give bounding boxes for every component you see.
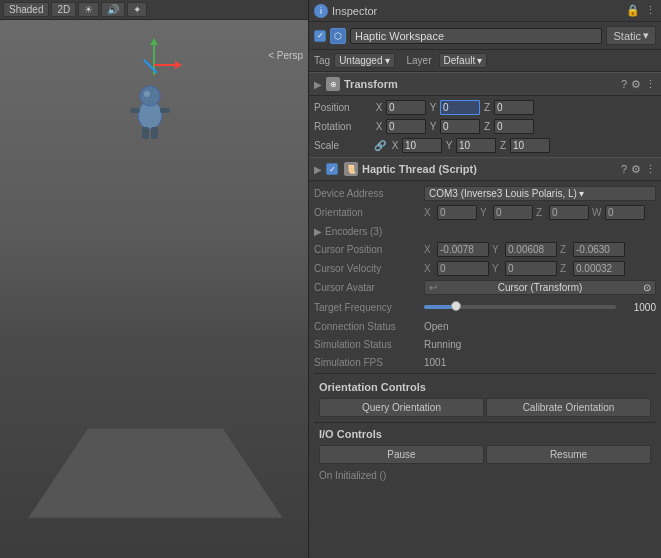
simulation-fps-label: Simulation FPS [314, 357, 424, 368]
scene-2d-btn[interactable]: 2D [51, 2, 76, 17]
orientation-z-input[interactable] [549, 205, 589, 220]
rotation-label: Rotation [314, 121, 374, 132]
scale-z-input[interactable] [510, 138, 550, 153]
cursor-vel-x-input[interactable] [437, 261, 489, 276]
device-address-dropdown[interactable]: COM3 (Inverse3 Louis Polaris, L) ▾ [424, 186, 656, 201]
rotation-xyz: X Y Z [374, 119, 656, 134]
pause-button[interactable]: Pause [319, 445, 484, 464]
cursor-velocity-xyz: X Y Z [424, 261, 656, 276]
calibrate-orientation-button[interactable]: Calibrate Orientation [486, 398, 651, 417]
transform-help-icon[interactable]: ? [621, 78, 627, 91]
freq-slider-track [424, 305, 453, 309]
haptic-expand-icon[interactable]: ▶ [314, 164, 322, 175]
gameobject-name-input[interactable] [350, 28, 602, 44]
resume-button[interactable]: Resume [486, 445, 651, 464]
haptic-header-icons: ? ⚙ ⋮ [621, 163, 656, 176]
layer-dropdown-icon: ▾ [477, 55, 482, 66]
haptic-help-icon[interactable]: ? [621, 163, 627, 176]
connection-status-label: Connection Status [314, 321, 424, 332]
position-z-input[interactable] [494, 100, 534, 115]
on-initialized-label: On Initialized () [319, 470, 386, 481]
svg-rect-3 [142, 127, 149, 139]
orientation-label: Orientation [314, 207, 424, 218]
scale-y-input[interactable] [456, 138, 496, 153]
position-row: Position X Y Z [314, 98, 656, 117]
layer-dropdown[interactable]: Default ▾ [439, 53, 488, 68]
scene-canvas[interactable]: < Persp [0, 20, 308, 558]
divider-1 [314, 373, 656, 374]
scale-link-icon: 🔗 [374, 140, 386, 151]
transform-title: Transform [344, 78, 617, 90]
cursor-avatar-dropdown[interactable]: ↩ Cursor (Transform) ⊙ [424, 280, 656, 295]
scale-x-label: X [390, 140, 400, 151]
position-x-input[interactable] [386, 100, 426, 115]
cursor-avatar-circle-icon: ⊙ [643, 282, 651, 293]
orientation-x-input[interactable] [437, 205, 477, 220]
orientation-row: Orientation X Y Z W [314, 203, 656, 222]
query-orientation-button[interactable]: Query Orientation [319, 398, 484, 417]
orientation-w-input[interactable] [605, 205, 645, 220]
transform-header: ▶ ⊕ Transform ? ⚙ ⋮ [309, 72, 661, 96]
freq-slider-thumb[interactable] [451, 301, 461, 311]
cursor-vel-y-input[interactable] [505, 261, 557, 276]
rotation-y-input[interactable] [440, 119, 480, 134]
encoders-arrow-icon[interactable]: ▶ [314, 226, 322, 237]
haptic-body: Device Address COM3 (Inverse3 Louis Pola… [309, 181, 661, 487]
cursor-pos-z-input[interactable] [573, 242, 625, 257]
transform-icon: ⊕ [326, 77, 340, 91]
cursor-pos-x-input[interactable] [437, 242, 489, 257]
layer-label: Layer [407, 55, 432, 66]
cursor-vel-z-input[interactable] [573, 261, 625, 276]
svg-rect-6 [160, 108, 170, 113]
scale-x-input[interactable] [402, 138, 442, 153]
scene-light-btn[interactable]: ☀ [78, 2, 99, 17]
scene-tool-btn[interactable]: Shaded [3, 2, 49, 17]
simulation-fps-value: 1001 [424, 357, 446, 368]
device-address-row: Device Address COM3 (Inverse3 Louis Pola… [314, 184, 656, 203]
inspector-lock-icon[interactable]: 🔒 [626, 4, 640, 17]
gameobject-row: ✓ ⬡ Static ▾ [309, 22, 661, 50]
target-frequency-value: 1000 [621, 302, 656, 313]
device-address-dropdown-icon: ▾ [579, 188, 584, 199]
svg-rect-4 [151, 127, 158, 139]
scale-xyz: 🔗 X Y Z [374, 138, 656, 153]
orientation-y-input[interactable] [493, 205, 533, 220]
rotation-z-input[interactable] [494, 119, 534, 134]
scene-audio-btn[interactable]: 🔊 [101, 2, 125, 17]
transform-menu-icon[interactable]: ⋮ [645, 78, 656, 91]
gameobject-checkbox[interactable]: ✓ [314, 30, 326, 42]
simulation-status-row: Simulation Status Running [314, 335, 656, 353]
encoders-label: Encoders (3) [325, 226, 382, 237]
static-dropdown-icon[interactable]: ▾ [643, 29, 649, 42]
target-frequency-slider[interactable] [424, 305, 616, 309]
cursor-avatar-type-icon: ↩ [429, 282, 437, 293]
haptic-checkbox[interactable]: ✓ [326, 163, 338, 175]
scene-fx-btn[interactable]: ✦ [127, 2, 147, 17]
simulation-status-label: Simulation Status [314, 339, 424, 350]
tag-layer-row: Tag Untagged ▾ Layer Default ▾ [309, 50, 661, 72]
floor-platform [28, 418, 283, 538]
inspector-title-text: Inspector [332, 5, 377, 17]
haptic-settings-icon[interactable]: ⚙ [631, 163, 641, 176]
scene-object [120, 80, 180, 162]
cursor-position-xyz: X Y Z [424, 242, 656, 257]
rotation-x-input[interactable] [386, 119, 426, 134]
rot-z-label: Z [482, 121, 492, 132]
on-initialized-row: On Initialized () [314, 467, 656, 484]
position-y-input[interactable] [440, 100, 480, 115]
svg-marker-7 [28, 428, 283, 518]
transform-settings-icon[interactable]: ⚙ [631, 78, 641, 91]
orientation-controls-buttons: Query Orientation Calibrate Orientation [314, 396, 656, 420]
haptic-menu-icon[interactable]: ⋮ [645, 163, 656, 176]
cursor-avatar-value: Cursor (Transform) [498, 282, 583, 293]
tag-dropdown[interactable]: Untagged ▾ [334, 53, 394, 68]
haptic-thread-header: ▶ ✓ 📜 Haptic Thread (Script) ? ⚙ ⋮ [309, 157, 661, 181]
inspector-menu-icon[interactable]: ⋮ [645, 4, 656, 17]
target-frequency-row: Target Frequency 1000 [314, 297, 656, 317]
scale-label: Scale [314, 140, 374, 151]
cursor-pos-y-input[interactable] [505, 242, 557, 257]
rotation-row: Rotation X Y Z [314, 117, 656, 136]
scene-view: Shaded 2D ☀ 🔊 ✦ ✋ ✥ ↺ ⊡ ⛶ < Persp [0, 0, 308, 558]
transform-expand-icon[interactable]: ▶ [314, 79, 322, 90]
transform-header-icons: ? ⚙ ⋮ [621, 78, 656, 91]
